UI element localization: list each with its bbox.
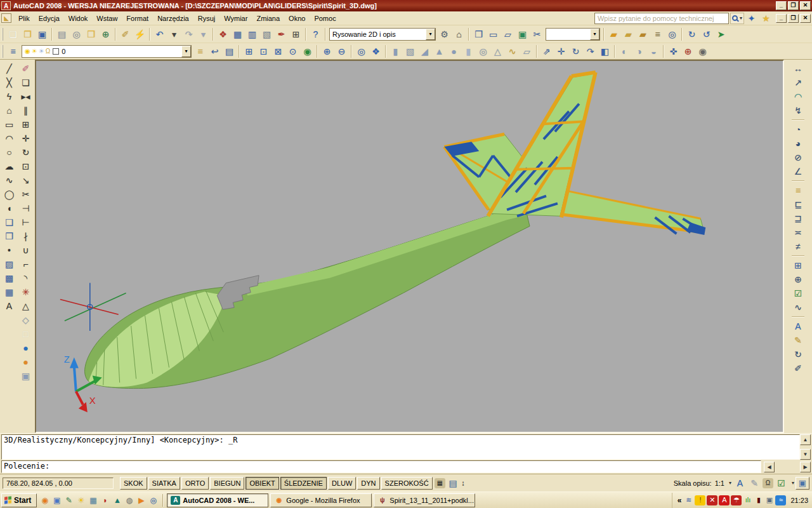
dim-tolerance-icon[interactable]: ⊞ — [790, 258, 806, 272]
block-editor-icon[interactable]: ⚡ — [133, 27, 147, 41]
dim-ordinate-icon[interactable]: ↯ — [790, 104, 806, 117]
command-history[interactable]: 3D/Realistyczny/Koncepcyjny/Inny] <Konce… — [1, 434, 800, 460]
dim-linear-icon[interactable]: ↔ — [790, 62, 806, 76]
intersect-icon[interactable]: ◒ — [646, 44, 661, 58]
torus-icon[interactable]: ◎ — [476, 44, 490, 58]
fillet-icon[interactable]: ◝ — [18, 271, 34, 285]
help-icon[interactable]: ? — [308, 27, 323, 41]
geographic-location-icon[interactable]: ⊕ — [681, 44, 695, 58]
make-object-layer-current-icon[interactable]: ↩ — [207, 44, 222, 58]
zoom-dynamic-icon[interactable]: ⊡ — [256, 44, 271, 58]
break-icon[interactable]: ∤ — [18, 229, 34, 243]
toggle-obiekt[interactable]: OBIEKT — [246, 477, 278, 490]
toggle-dyn[interactable]: DYN — [357, 477, 379, 490]
weather-sun-icon[interactable]: ☀ — [75, 494, 87, 506]
dim-radius-icon[interactable]: ◔ — [790, 123, 806, 137]
3d-move-icon[interactable]: ✛ — [554, 44, 568, 58]
save-file-icon[interactable]: ▣ — [35, 27, 49, 41]
signal-bars-icon[interactable]: ılı — [742, 495, 753, 505]
redo-icon[interactable]: ↷ — [181, 27, 196, 41]
toolbar-grip[interactable] — [2, 45, 4, 58]
chevron-down-icon[interactable]: ▾ — [426, 29, 435, 40]
publish-icon[interactable]: ❒ — [84, 27, 98, 41]
plot-icon[interactable]: ▤ — [55, 27, 69, 41]
line-icon[interactable]: ╱ — [2, 62, 17, 76]
undo-icon[interactable]: ↶ — [152, 27, 167, 41]
rectangle-icon[interactable]: ▭ — [2, 117, 17, 131]
model-tab-icon[interactable]: ▦ — [435, 478, 445, 488]
minimize-button[interactable]: _ — [776, 1, 787, 10]
workspace-dropdown[interactable]: Rysowanie 2D i opis ▾ — [329, 28, 436, 41]
dim-jog-line-icon[interactable]: ∿ — [790, 300, 806, 314]
construction-line-icon[interactable]: ╳ — [2, 76, 17, 90]
rotate-icon[interactable]: ↻ — [18, 145, 34, 159]
markup-set-manager-icon[interactable]: ▧ — [259, 27, 274, 41]
toggle-orto[interactable]: ORTO — [181, 477, 209, 490]
display-icon[interactable]: ▣ — [764, 495, 775, 505]
toggle-sledzenie[interactable]: ŚLEDZENIE — [280, 477, 327, 490]
clip-viewport-icon[interactable]: ✂ — [530, 27, 544, 41]
zoom-object-icon[interactable]: ◉ — [300, 44, 315, 58]
scale-icon[interactable]: ⊡ — [18, 159, 34, 173]
right-stabilizer[interactable] — [549, 187, 705, 235]
annotation-autoscale-icon[interactable]: ✎ — [747, 476, 762, 490]
menu-wstaw[interactable]: Wstaw — [92, 13, 122, 24]
conceptual-icon[interactable]: ● — [18, 355, 34, 369]
menu-zmiana[interactable]: Zmiana — [252, 13, 284, 24]
layer-states-icon[interactable]: ≡ — [193, 44, 207, 58]
extend-icon[interactable]: ⊣ — [18, 201, 34, 215]
plot-preview-icon[interactable]: ◎ — [69, 27, 84, 41]
3d-mirror-icon[interactable]: ◧ — [598, 44, 612, 58]
notepad-icon[interactable]: ✎ — [63, 494, 75, 506]
constrained-orbit-icon[interactable]: ↻ — [684, 27, 699, 41]
chevron-down-icon[interactable]: ▾ — [181, 46, 191, 57]
search-button[interactable]: ▾ — [730, 13, 744, 24]
doc-restore-button[interactable]: ❐ — [788, 14, 799, 23]
sheetset-manager-icon[interactable]: ▥ — [245, 27, 259, 41]
interface-lock-icon[interactable]: Ω — [763, 478, 773, 488]
toggle-skok[interactable]: SKOK — [120, 477, 147, 490]
tool-palettes-icon[interactable]: ▦ — [230, 27, 245, 41]
annotation-visibility-icon[interactable]: A — [733, 476, 747, 490]
menu-widok[interactable]: Widok — [64, 13, 93, 24]
quickcalc-icon[interactable]: ⊞ — [289, 27, 303, 41]
polygonal-viewport-icon[interactable]: ▱ — [501, 27, 515, 41]
favorites-star-icon[interactable]: ★ — [759, 11, 773, 25]
realistic-icon[interactable]: ● — [18, 341, 34, 355]
layer-on-icon[interactable]: ◉ — [25, 48, 30, 55]
layer-properties-manager-icon[interactable]: ≡ — [6, 44, 20, 58]
annotation-scale-value[interactable]: 1:1 — [715, 479, 724, 487]
dim-baseline-icon[interactable]: ⊑ — [790, 197, 806, 211]
zoom-out-icon[interactable]: ⊖ — [334, 44, 349, 58]
new-file-icon[interactable]: ❏ — [6, 27, 20, 41]
3d-dwf-icon[interactable]: ⊕ — [98, 27, 113, 41]
offset-icon[interactable]: ∥ — [18, 104, 34, 117]
clock-18-icon[interactable]: ◍ — [123, 494, 135, 506]
toggle-dluw[interactable]: DLUW — [328, 477, 356, 490]
zoom-in-icon[interactable]: ⊕ — [320, 44, 334, 58]
sphere-icon[interactable]: ● — [447, 44, 461, 58]
zoom-window-icon[interactable]: ⊞ — [242, 44, 256, 58]
opera-icon[interactable]: ◗ — [99, 494, 111, 506]
wedge-icon[interactable]: ◢ — [417, 44, 432, 58]
annotation-update-icon[interactable]: ▰ — [606, 27, 621, 41]
help-search-input[interactable]: Wpisz pytanie do pomocy technicznej — [594, 13, 729, 24]
dim-update-icon[interactable]: ↻ — [790, 347, 806, 361]
autocad-icon[interactable]: ▲ — [111, 494, 123, 506]
redo-menu-icon[interactable]: ▾ — [196, 27, 211, 41]
menu-pomoc[interactable]: Pomoc — [310, 13, 340, 24]
insert-block-icon[interactable]: ❑ — [2, 215, 17, 229]
antivirus-shield-icon[interactable]: ✕ — [707, 495, 717, 505]
coordinates-readout[interactable]: 768.20, 824.05 , 0.00 — [3, 478, 114, 489]
menu-rysuj[interactable]: Rysuj — [193, 13, 220, 24]
doc-close-button[interactable]: ✕ — [800, 14, 811, 23]
trim-icon[interactable]: ✂ — [18, 187, 34, 201]
command-scrollbar[interactable]: ▲ ▼ — [800, 434, 811, 460]
point-icon[interactable]: • — [2, 243, 17, 257]
task-autocad[interactable]: A AutoCAD 2008 - WE... — [167, 493, 268, 507]
chamfer-icon[interactable]: ⌐ — [18, 257, 34, 271]
2d-wireframe-icon[interactable]: △ — [18, 299, 34, 313]
table-icon[interactable]: ▦ — [2, 285, 17, 299]
helix-icon[interactable]: ∿ — [505, 44, 520, 58]
break-at-point-icon[interactable]: ⊢ — [18, 215, 34, 229]
